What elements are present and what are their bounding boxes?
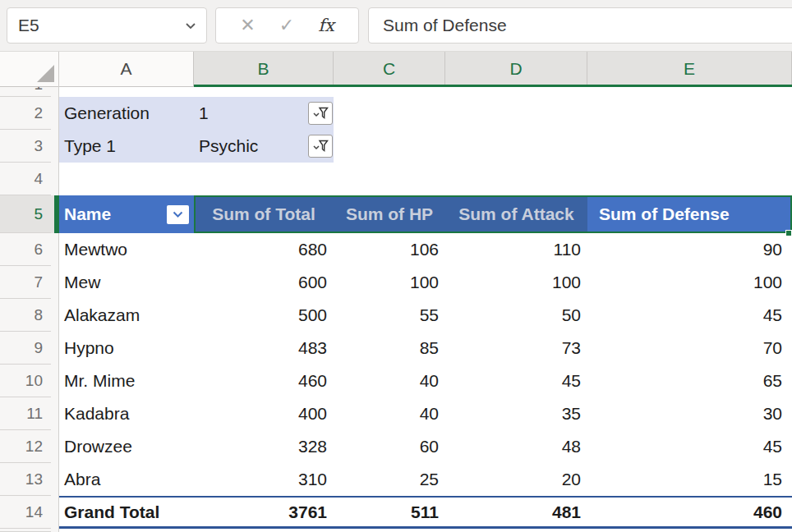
cell-B7[interactable]: 600 <box>194 266 334 299</box>
cell-E11[interactable]: 30 <box>587 397 792 430</box>
chevron-down-icon <box>314 146 319 149</box>
cell-D13[interactable]: 20 <box>445 463 587 496</box>
cell-C10[interactable]: 40 <box>334 365 445 397</box>
cell-C11[interactable]: 40 <box>334 397 445 430</box>
fill-handle[interactable] <box>785 230 792 236</box>
name-filter-dropdown-button[interactable] <box>167 205 189 224</box>
cell-B9[interactable]: 483 <box>194 332 334 365</box>
cell-D8[interactable]: 50 <box>445 299 587 332</box>
name-header-label: Name <box>64 204 111 224</box>
cell-A6[interactable]: Mewtwo <box>59 233 194 266</box>
cell-E8[interactable]: 45 <box>587 299 792 332</box>
cell-B12[interactable]: 328 <box>194 430 334 463</box>
select-all-corner[interactable] <box>0 52 59 86</box>
cell-C13[interactable]: 25 <box>334 463 445 496</box>
cell-C7[interactable]: 100 <box>334 266 445 299</box>
cell-E12[interactable]: 45 <box>587 430 792 463</box>
cell-E14[interactable]: 460 <box>587 496 792 529</box>
selected-columns-underline <box>194 85 792 87</box>
row-header-10[interactable]: 10 <box>0 365 59 397</box>
cell-A2[interactable]: Generation <box>59 97 194 130</box>
row-header-5[interactable]: 5 <box>0 195 59 233</box>
cell-C5[interactable]: Sum of HP <box>334 195 445 233</box>
cell-C9[interactable]: 85 <box>334 332 445 365</box>
cell-B14[interactable]: 3761 <box>194 496 334 529</box>
cell-A11[interactable]: Kadabra <box>59 397 194 430</box>
column-header-E[interactable]: E <box>587 52 792 86</box>
generation-filter-button[interactable] <box>308 102 333 125</box>
cell-B10[interactable]: 460 <box>194 365 334 397</box>
cell-A13[interactable]: Abra <box>59 463 194 496</box>
cell-E9[interactable]: 70 <box>587 332 792 365</box>
type1-filter-button[interactable] <box>308 135 333 158</box>
cell-D7[interactable]: 100 <box>445 266 587 299</box>
sheet-row-4: 4 <box>0 163 792 195</box>
row-header-2[interactable]: 2 <box>0 97 59 130</box>
fx-icon[interactable]: fx <box>318 16 334 35</box>
cell-B3[interactable]: Psychic <box>194 130 334 163</box>
cell-D14[interactable]: 481 <box>445 496 587 529</box>
row-header-12[interactable]: 12 <box>0 430 59 463</box>
cell-B13[interactable]: 310 <box>194 463 334 496</box>
cell-D12[interactable]: 48 <box>445 430 587 463</box>
row-header-4[interactable]: 4 <box>0 163 59 195</box>
cell-A9[interactable]: Hypno <box>59 332 194 365</box>
cell-E5-active[interactable]: Sum of Defense <box>587 195 792 233</box>
cell-D11[interactable]: 35 <box>445 397 587 430</box>
row-header-7[interactable]: 7 <box>0 266 59 299</box>
cell-C14[interactable]: 511 <box>334 496 445 529</box>
funnel-icon <box>320 141 328 151</box>
formula-bar-value: Sum of Defense <box>369 16 507 35</box>
cell-A5-name-header[interactable]: Name <box>59 195 194 233</box>
cell-E6[interactable]: 90 <box>587 233 792 266</box>
cell-D5[interactable]: Sum of Attack <box>445 195 587 233</box>
cell-A14[interactable]: Grand Total <box>59 496 194 529</box>
cell-E13[interactable]: 15 <box>587 463 792 496</box>
cell-E10[interactable]: 65 <box>587 365 792 397</box>
pivot-row: 7 Mew 600 100 100 100 <box>0 266 792 299</box>
cell-C6[interactable]: 106 <box>334 233 445 266</box>
cancel-icon[interactable]: ✕ <box>240 15 255 36</box>
pivot-row: 6 Mewtwo 680 106 110 90 <box>0 233 792 266</box>
formula-bar[interactable]: Sum of Defense <box>368 7 792 44</box>
pivot-row: 9 Hypno 483 85 73 70 <box>0 332 792 365</box>
column-header-D[interactable]: D <box>445 52 587 86</box>
column-header-A[interactable]: A <box>59 52 194 86</box>
row-header-14[interactable]: 14 <box>0 496 59 529</box>
cell-D6[interactable]: 110 <box>445 233 587 266</box>
cell-B11[interactable]: 400 <box>194 397 334 430</box>
pivot-header-row: 5 Name Sum of Total Sum of HP Sum of Att… <box>0 195 792 233</box>
column-header-C[interactable]: C <box>334 52 445 86</box>
cell-A8[interactable]: Alakazam <box>59 299 194 332</box>
row-header-15 <box>0 529 59 532</box>
cell-B8[interactable]: 500 <box>194 299 334 332</box>
cell-A7[interactable]: Mew <box>59 266 194 299</box>
cell-C8[interactable]: 55 <box>334 299 445 332</box>
excel-window: E5 ✕ ✓ fx Sum of Defense A B C D E <box>0 0 792 532</box>
column-header-row: A B C D E <box>0 51 792 87</box>
chevron-down-icon[interactable] <box>185 22 196 30</box>
row-header-3[interactable]: 3 <box>0 130 59 163</box>
row-header-9[interactable]: 9 <box>0 332 59 365</box>
row-header-11[interactable]: 11 <box>0 397 59 430</box>
name-box[interactable]: E5 <box>7 7 207 44</box>
cell-C12[interactable]: 60 <box>334 430 445 463</box>
row-header-6[interactable]: 6 <box>0 233 59 266</box>
chevron-down-icon <box>314 113 319 116</box>
cell-B2[interactable]: 1 <box>194 97 334 130</box>
enter-icon[interactable]: ✓ <box>279 15 294 36</box>
generation-filter-value: 1 <box>199 103 209 123</box>
cell-A10[interactable]: Mr. Mime <box>59 365 194 397</box>
cell-D9[interactable]: 73 <box>445 332 587 365</box>
cell-E7[interactable]: 100 <box>587 266 792 299</box>
column-header-B[interactable]: B <box>194 52 334 86</box>
row-header-1[interactable]: 1 <box>0 87 59 97</box>
row-header-8[interactable]: 8 <box>0 299 59 332</box>
cell-B6[interactable]: 680 <box>194 233 334 266</box>
pivot-row: 13 Abra 310 25 20 15 <box>0 463 792 496</box>
cell-B5[interactable]: Sum of Total <box>194 195 334 233</box>
row-header-13[interactable]: 13 <box>0 463 59 496</box>
cell-D10[interactable]: 45 <box>445 365 587 397</box>
cell-A12[interactable]: Drowzee <box>59 430 194 463</box>
cell-A3[interactable]: Type 1 <box>59 130 194 163</box>
